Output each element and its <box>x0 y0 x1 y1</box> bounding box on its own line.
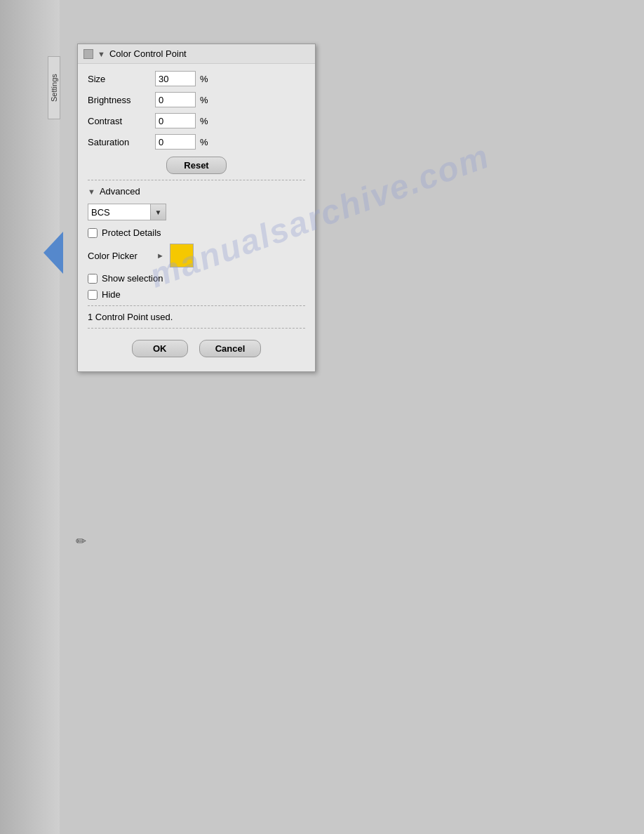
brightness-input[interactable] <box>155 92 196 107</box>
protect-details-checkbox[interactable] <box>88 228 98 238</box>
contrast-field-row: Contrast % <box>88 113 305 128</box>
saturation-unit: % <box>200 137 208 147</box>
cancel-button[interactable]: Cancel <box>199 340 262 357</box>
dialog-content: Size % Brightness % Contrast % Saturatio… <box>78 64 315 371</box>
brightness-label: Brightness <box>88 95 151 105</box>
left-arrow-shape <box>43 232 63 274</box>
saturation-label: Saturation <box>88 137 151 147</box>
bcs-dropdown-row: BCS ▼ <box>88 204 305 220</box>
status-text: 1 Control Point used. <box>88 312 305 322</box>
reset-button[interactable]: Reset <box>166 157 226 174</box>
bcs-dropdown[interactable]: BCS <box>88 204 151 220</box>
title-arrow-icon: ▼ <box>98 50 105 58</box>
show-selection-label: Show selection <box>102 273 163 284</box>
color-picker-label: Color Picker <box>88 251 151 261</box>
left-sidebar <box>0 0 60 834</box>
protect-details-row: Protect Details <box>88 227 305 238</box>
dashed-separator-3 <box>88 328 305 329</box>
advanced-title: Advanced <box>100 186 140 197</box>
settings-tab[interactable]: Settings <box>48 56 60 119</box>
brightness-unit: % <box>200 95 208 105</box>
reset-button-row: Reset <box>88 157 305 174</box>
hide-label: Hide <box>102 289 121 300</box>
color-picker-row: Color Picker ► <box>88 244 305 267</box>
advanced-arrow-icon: ▼ <box>88 187 95 196</box>
color-swatch[interactable] <box>170 244 194 267</box>
dashed-separator-2 <box>88 305 305 306</box>
brightness-field-row: Brightness % <box>88 92 305 107</box>
saturation-input[interactable] <box>155 134 196 150</box>
color-picker-arrow-icon[interactable]: ► <box>156 251 164 260</box>
dialog-panel: ▼ Color Control Point Size % Brightness … <box>77 44 316 372</box>
size-label: Size <box>88 74 151 84</box>
hide-checkbox[interactable] <box>88 290 98 300</box>
saturation-field-row: Saturation % <box>88 134 305 150</box>
contrast-label: Contrast <box>88 116 151 126</box>
advanced-section-header: ▼ Advanced <box>88 186 305 197</box>
title-icon <box>83 49 93 59</box>
dropdown-arrow-icon: ▼ <box>155 208 162 216</box>
size-input[interactable] <box>155 71 196 86</box>
protect-details-label: Protect Details <box>102 227 161 238</box>
dashed-separator-1 <box>88 180 305 180</box>
show-selection-row: Show selection <box>88 273 305 284</box>
pencil-icon: ✏ <box>76 534 86 549</box>
contrast-unit: % <box>200 116 208 126</box>
ok-button[interactable]: OK <box>132 340 188 357</box>
hide-row: Hide <box>88 289 305 300</box>
size-unit: % <box>200 74 208 84</box>
dialog-titlebar: ▼ Color Control Point <box>78 44 315 64</box>
contrast-input[interactable] <box>155 113 196 128</box>
settings-tab-label: Settings <box>50 74 58 102</box>
dialog-title: Color Control Point <box>109 48 187 59</box>
dropdown-arrow-button[interactable]: ▼ <box>151 204 166 220</box>
dialog-buttons: OK Cancel <box>88 336 305 364</box>
show-selection-checkbox[interactable] <box>88 274 98 284</box>
size-field-row: Size % <box>88 71 305 86</box>
